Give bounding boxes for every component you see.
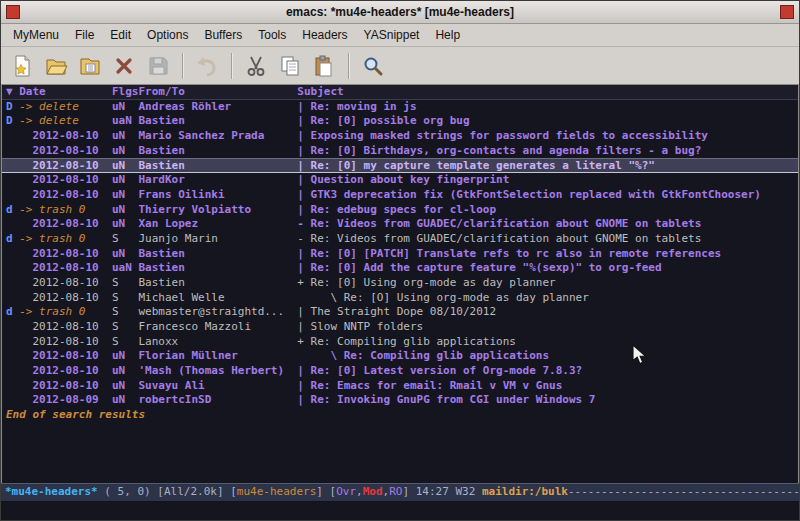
header-row[interactable]: 2012-08-10uNBastien| Re: [0] [PATCH] Tra… xyxy=(2,247,798,262)
date-cell: 2012-08-10 xyxy=(19,320,112,335)
subject-cell: + Re: [0] Using org-mode as day planner xyxy=(297,276,798,291)
open-file-icon xyxy=(44,54,68,78)
header-row[interactable]: d-> trash 0SJuanjo Marin- Re: Videos fro… xyxy=(2,232,798,247)
flags-cell: uN xyxy=(112,100,138,115)
header-row[interactable]: 2012-08-10SLanoxx+ Re: Compiling glib ap… xyxy=(2,335,798,350)
header-row[interactable]: D-> deleteuNAndreas Röhler| Re: moving i… xyxy=(2,100,798,115)
window-close-button[interactable] xyxy=(780,5,794,19)
flags-cell: uN xyxy=(112,188,138,203)
header-row[interactable]: D-> deleteuaNBastien| Re: [0] possible o… xyxy=(2,114,798,129)
menu-options[interactable]: Options xyxy=(139,26,196,44)
cut-icon xyxy=(244,54,268,78)
header-row[interactable]: 2012-08-10SBastien+ Re: [0] Using org-mo… xyxy=(2,276,798,291)
header-row[interactable]: 2012-08-10uNSuvayu Ali| Re: Emacs for em… xyxy=(2,379,798,394)
header-row[interactable]: 2012-08-09uNrobertcInSD| Re: Invoking Gn… xyxy=(2,393,798,408)
header-row[interactable]: 2012-08-10uNFlorian Müllner \ Re: Compil… xyxy=(2,349,798,364)
date-cell: 2012-08-10 xyxy=(19,291,112,306)
flags-cell: uN xyxy=(112,129,138,144)
subject-cell: - Re: Videos from GUADEC/clarification a… xyxy=(297,232,798,247)
from-cell: Lanoxx xyxy=(138,335,297,350)
subject-cell: | Re: [0] Add the capture feature "%(sex… xyxy=(297,261,798,276)
titlebar[interactable]: emacs: *mu4e-headers* [mu4e-headers] xyxy=(1,1,799,24)
header-row[interactable]: d-> trash 0Swebmaster@straightd...| The … xyxy=(2,305,798,320)
search-button[interactable] xyxy=(358,51,388,81)
from-cell: Michael Welle xyxy=(138,291,297,306)
mark-cell xyxy=(6,173,19,188)
header-row[interactable]: d-> trash 0uNThierry Volpiatto| Re: edeb… xyxy=(2,203,798,218)
from-cell: Bastien xyxy=(138,144,297,159)
new-file-icon xyxy=(10,54,34,78)
date-cell: 2012-08-10 xyxy=(19,188,112,203)
mark-cell xyxy=(6,291,19,306)
header-row[interactable]: 2012-08-10uNMario Sanchez Prada| Exposin… xyxy=(2,129,798,144)
menu-mymenu[interactable]: MyMenu xyxy=(5,26,67,44)
toolbar-separator xyxy=(182,53,183,79)
headers-list: D-> deleteuNAndreas Röhler| Re: moving i… xyxy=(2,100,798,408)
date-cell: 2012-08-10 xyxy=(19,335,112,350)
flags-cell: uaN xyxy=(112,261,138,276)
date-cell: -> trash 0 xyxy=(19,305,112,320)
dired-button[interactable] xyxy=(75,51,105,81)
open-file-button[interactable] xyxy=(41,51,71,81)
modeline-segment-plain: ] [ xyxy=(316,484,336,501)
save-buffer-icon xyxy=(146,54,170,78)
subject-cell: | Exposing masked strings for password f… xyxy=(297,129,798,144)
modeline-segment-plain: , xyxy=(356,484,363,501)
flags-cell: uN xyxy=(112,393,138,408)
menu-tools[interactable]: Tools xyxy=(250,26,294,44)
minibuffer[interactable] xyxy=(1,502,799,520)
from-cell: webmaster@straightd... xyxy=(138,305,297,320)
header-row[interactable]: 2012-08-10uNHardKor| Question about key … xyxy=(2,173,798,188)
mark-cell: d xyxy=(6,232,19,247)
mark-cell xyxy=(6,159,19,172)
date-cell: 2012-08-09 xyxy=(19,393,112,408)
header-row[interactable]: 2012-08-10uN'Mash (Thomas Herbert)| Re: … xyxy=(2,364,798,379)
date-cell: 2012-08-10 xyxy=(19,276,112,291)
close-buffer-icon xyxy=(112,54,136,78)
flags-cell: uN xyxy=(112,144,138,159)
subject-cell: | Re: [0] Latest version of Org-mode 7.8… xyxy=(297,364,798,379)
copy-button[interactable] xyxy=(275,51,305,81)
modeline-segment-orangeb: maildir:/bulk xyxy=(482,484,568,501)
menu-yasnippet[interactable]: YASnippet xyxy=(356,26,428,44)
new-file-button[interactable] xyxy=(7,51,37,81)
menu-edit[interactable]: Edit xyxy=(102,26,139,44)
column-header-from: From/To xyxy=(138,85,297,99)
header-row-current[interactable]: 2012-08-10uNBastien| Re: [0] my capture … xyxy=(2,158,798,173)
date-cell: 2012-08-10 xyxy=(19,364,112,379)
window-menu-button[interactable] xyxy=(6,5,20,19)
header-row[interactable]: 2012-08-10SFrancesco Mazzoli| Slow NNTP … xyxy=(2,320,798,335)
cut-button[interactable] xyxy=(241,51,271,81)
from-cell: Xan Lopez xyxy=(138,217,297,232)
header-row[interactable]: 2012-08-10uNFrans Oilinki| GTK3 deprecat… xyxy=(2,188,798,203)
from-cell: 'Mash (Thomas Herbert) xyxy=(138,364,297,379)
toolbar-separator xyxy=(348,53,349,79)
header-row[interactable]: 2012-08-10SMichael Welle \ Re: [O] Using… xyxy=(2,291,798,306)
from-cell: Thierry Volpiatto xyxy=(138,203,297,218)
mark-cell xyxy=(6,364,19,379)
copy-icon xyxy=(278,54,302,78)
toolbar xyxy=(1,47,799,85)
subject-cell: | Re: [0] Birthdays, org-contacts and ag… xyxy=(297,144,798,159)
mark-cell xyxy=(6,129,19,144)
header-row[interactable]: 2012-08-10uNBastien| Re: [0] Birthdays, … xyxy=(2,144,798,159)
from-cell: Bastien xyxy=(138,276,297,291)
mark-cell xyxy=(6,188,19,203)
subject-cell: | Re: Emacs for email: Rmail v VM v Gnus xyxy=(297,379,798,394)
menu-headers[interactable]: Headers xyxy=(294,26,355,44)
menu-file[interactable]: File xyxy=(67,26,102,44)
header-row[interactable]: 2012-08-10uNXan Lopez- Re: Videos from G… xyxy=(2,217,798,232)
save-buffer-button xyxy=(143,51,173,81)
subject-cell: | Re: Invoking GnuPG from CGI under Wind… xyxy=(297,393,798,408)
menu-buffers[interactable]: Buffers xyxy=(196,26,250,44)
window-title: emacs: *mu4e-headers* [mu4e-headers] xyxy=(25,5,775,19)
flags-cell: uN xyxy=(112,247,138,262)
close-buffer-button[interactable] xyxy=(109,51,139,81)
menu-help[interactable]: Help xyxy=(427,26,468,44)
from-cell: Suvayu Ali xyxy=(138,379,297,394)
modeline-segment-plain: ] 14:27 W32 xyxy=(402,484,481,501)
paste-button[interactable] xyxy=(309,51,339,81)
headers-column-header[interactable]: ▼DateFlgsFrom/ToSubject xyxy=(2,85,798,100)
buffer-area: ▼DateFlgsFrom/ToSubject D-> deleteuNAndr… xyxy=(1,85,799,483)
header-row[interactable]: 2012-08-10uaNBastien| Re: [0] Add the ca… xyxy=(2,261,798,276)
